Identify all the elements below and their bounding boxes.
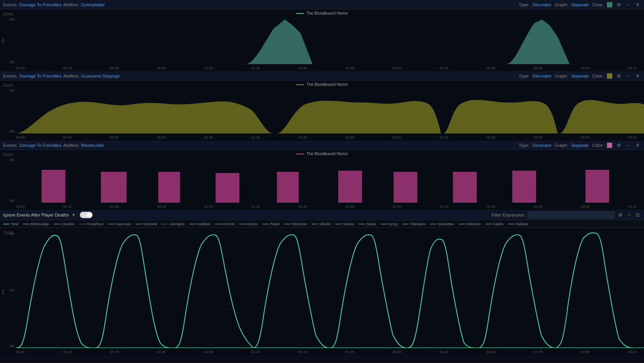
legend-item: Kommit bbox=[215, 222, 235, 226]
color-label-3: Color: bbox=[592, 143, 604, 148]
y-min-bottom: 0M bbox=[9, 344, 14, 348]
legend-item: Syrup bbox=[381, 222, 398, 226]
abilities-value-1: Goresplatter bbox=[81, 2, 105, 7]
panel-header-3: Events: Damage To Friendlies Abilities: … bbox=[0, 141, 644, 150]
filter-minus-icon[interactable]: − bbox=[626, 212, 632, 218]
legend-text-1: The Bloodbound Horror bbox=[307, 11, 348, 15]
svg-rect-43 bbox=[216, 173, 239, 203]
svg-text:03:15: 03:15 bbox=[628, 205, 637, 209]
svg-text:01:45: 01:45 bbox=[345, 205, 354, 209]
svg-text:00:00: 00:00 bbox=[16, 66, 25, 70]
events-label-1: Events: bbox=[3, 2, 18, 7]
minus-icon-3[interactable]: − bbox=[625, 142, 631, 148]
legend-item: Sinwar bbox=[335, 222, 354, 226]
legend-label: Zaleaqt bbox=[516, 222, 528, 226]
svg-text:00:45: 00:45 bbox=[157, 66, 166, 70]
legend-item: Total bbox=[3, 222, 18, 226]
panel-goresplatter: Events: Damage To Friendlies Abilities: … bbox=[0, 0, 644, 71]
legend-item: Kalidtwo bbox=[189, 222, 210, 226]
close-icon-2[interactable]: ✕ bbox=[635, 73, 641, 79]
chart-svg-2 bbox=[16, 89, 644, 133]
x-axis-3: 00:00 00:15 00:30 00:45 01:00 01:15 01:3… bbox=[16, 203, 644, 210]
panel-header-2: Events: Damage To Friendlies Abilities: … bbox=[0, 71, 644, 81]
svg-text:03:15: 03:15 bbox=[628, 66, 637, 70]
ignore-events-toggle[interactable] bbox=[80, 212, 93, 218]
svg-text:01:45: 01:45 bbox=[345, 135, 354, 139]
graph-value-2: Separate bbox=[571, 74, 589, 78]
zoom-label-3[interactable]: Zoom bbox=[3, 152, 13, 157]
legend-item: Clandon bbox=[54, 222, 75, 226]
abilities-value-2: Gruesome Disgorge bbox=[81, 74, 119, 78]
legend-label: Finesthour bbox=[87, 222, 104, 226]
ignore-events-button[interactable]: Ignore Events After Player Deaths ▾ bbox=[3, 212, 77, 218]
filter-expand-icon[interactable]: ⊡ bbox=[635, 212, 641, 218]
y-max-2: 2M bbox=[9, 89, 14, 93]
svg-text:01:00: 01:00 bbox=[204, 350, 213, 354]
y-axis-label-bottom: HS bbox=[1, 289, 5, 294]
minus-icon-2[interactable]: − bbox=[625, 73, 631, 79]
svg-text:01:30: 01:30 bbox=[298, 135, 307, 139]
chevron-down-icon[interactable]: ▾ bbox=[70, 212, 77, 218]
legend-item: Garronan bbox=[108, 222, 131, 226]
svg-text:00:30: 00:30 bbox=[110, 135, 119, 139]
svg-rect-44 bbox=[277, 172, 299, 203]
svg-text:02:30: 02:30 bbox=[487, 66, 496, 70]
svg-text:03:00: 03:00 bbox=[581, 135, 590, 139]
graph-label-1: Graph: bbox=[555, 2, 568, 7]
svg-text:00:45: 00:45 bbox=[157, 350, 166, 354]
color-label-2: Color: bbox=[592, 74, 604, 78]
svg-text:03:15: 03:15 bbox=[628, 135, 637, 139]
svg-text:00:15: 00:15 bbox=[63, 135, 72, 139]
type-label-2: Type: bbox=[519, 74, 529, 78]
svg-text:01:15: 01:15 bbox=[251, 135, 260, 139]
svg-text:00:30: 00:30 bbox=[110, 205, 119, 209]
zoom-label-2[interactable]: Zoom bbox=[3, 83, 13, 87]
gear-icon-3[interactable]: ⚙ bbox=[616, 142, 622, 148]
filter-input[interactable] bbox=[528, 211, 615, 219]
ignore-events-label: Ignore Events After Player Deaths bbox=[3, 213, 69, 217]
gear-icon-2[interactable]: ⚙ bbox=[616, 73, 622, 79]
color-swatch-3[interactable] bbox=[607, 143, 612, 148]
legend-item: Blinkmadge bbox=[23, 222, 49, 226]
svg-text:01:00: 01:00 bbox=[204, 205, 213, 209]
type-value-3: Decorator bbox=[532, 143, 551, 148]
minus-icon-1[interactable]: − bbox=[625, 2, 631, 8]
svg-text:01:00: 01:00 bbox=[204, 135, 213, 139]
panel-bloodcurdle: Events: Damage To Friendlies Abilities: … bbox=[0, 141, 644, 210]
svg-text:02:30: 02:30 bbox=[487, 205, 496, 209]
svg-text:00:00: 00:00 bbox=[16, 350, 25, 354]
legend-item: Shurprise bbox=[284, 222, 307, 226]
svg-text:01:00: 01:00 bbox=[204, 66, 213, 70]
type-value-2: Decorator bbox=[532, 74, 551, 78]
panel-header-left-1: Events: Damage To Friendlies Abilities: … bbox=[3, 2, 105, 7]
legend-label: Blinkmadge bbox=[30, 222, 49, 226]
svg-text:02:30: 02:30 bbox=[487, 135, 496, 139]
legend-label: Twelvebtw bbox=[438, 222, 454, 226]
chart-area-3: The Bloodbound Horror Zoom 2M 0M 00:00 bbox=[0, 150, 644, 210]
color-swatch-1[interactable] bbox=[607, 2, 612, 8]
legend-label: Syrup bbox=[388, 222, 398, 226]
svg-text:01:30: 01:30 bbox=[298, 350, 307, 354]
svg-text:01:30: 01:30 bbox=[298, 205, 307, 209]
legend-label: Total bbox=[11, 222, 18, 226]
svg-rect-48 bbox=[512, 171, 536, 203]
legend-item: Jaxington bbox=[162, 222, 185, 226]
svg-rect-40 bbox=[42, 170, 65, 203]
gear-icon-1[interactable]: ⚙ bbox=[616, 2, 622, 8]
svg-text:00:00: 00:00 bbox=[16, 135, 25, 139]
close-icon-3[interactable]: ✕ bbox=[635, 142, 641, 148]
svg-rect-41 bbox=[101, 172, 127, 203]
svg-text:01:15: 01:15 bbox=[251, 66, 260, 70]
legend-item: Tideradra bbox=[402, 222, 425, 226]
color-swatch-2[interactable] bbox=[607, 73, 612, 79]
events-value-3: Damage To Friendlies bbox=[19, 143, 62, 148]
filter-gear-icon[interactable]: ⚙ bbox=[617, 212, 623, 218]
legend-text-2: The Bloodbound Horror bbox=[307, 82, 348, 87]
svg-text:00:15: 00:15 bbox=[63, 350, 72, 354]
y-max-3: 2M bbox=[9, 158, 14, 162]
zoom-label-1[interactable]: Zoom bbox=[3, 12, 13, 16]
chart-svg-bottom bbox=[16, 232, 644, 348]
close-icon-1[interactable]: ✕ bbox=[635, 2, 641, 8]
svg-text:02:00: 02:00 bbox=[392, 66, 402, 70]
svg-text:00:45: 00:45 bbox=[157, 135, 166, 139]
